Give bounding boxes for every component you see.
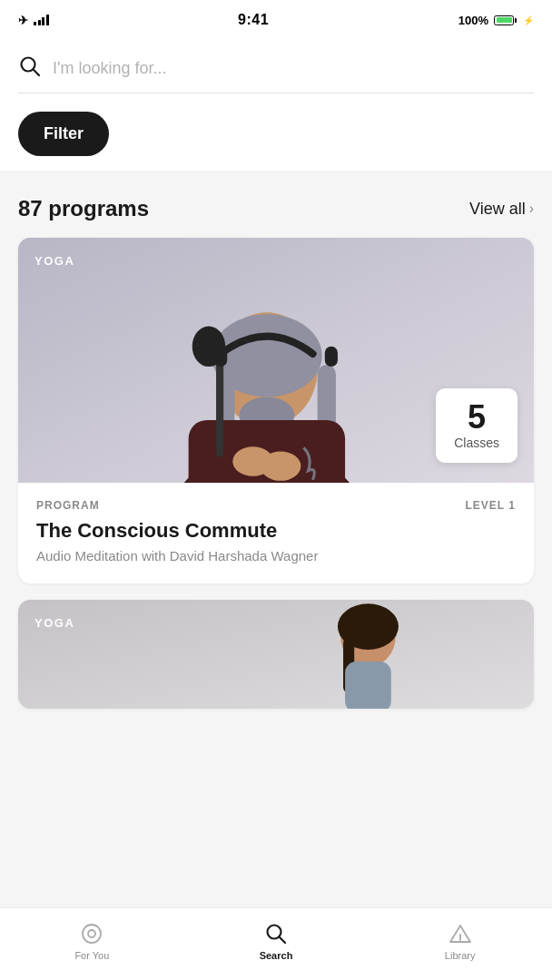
programs-count: 87 programs — [18, 196, 149, 221]
library-icon — [448, 921, 473, 946]
battery-percent: 100% — [458, 14, 488, 27]
status-bar: ✈ 9:41 100% ⚡ — [0, 0, 552, 40]
nav-label-library: Library — [445, 950, 476, 961]
signal-bar-2 — [38, 20, 41, 25]
svg-rect-20 — [345, 662, 391, 709]
svg-line-1 — [34, 70, 39, 75]
card-info-1: PROGRAM LEVEL 1 The Conscious Commute Au… — [18, 483, 534, 583]
svg-point-15 — [261, 451, 301, 480]
search-bar[interactable]: I'm looking for... — [18, 54, 534, 93]
search-nav-icon — [263, 921, 289, 946]
program-card-2[interactable]: YOGA — [18, 600, 534, 709]
card-image-1: YOGA 5 Classes — [18, 238, 534, 483]
classes-badge-1: 5 Classes — [436, 388, 518, 463]
chevron-right-icon: › — [529, 201, 534, 217]
svg-line-24 — [280, 936, 285, 942]
nav-item-library[interactable]: Library — [368, 921, 552, 961]
status-right: 100% ⚡ — [458, 14, 534, 27]
content-section: 87 programs View all › — [0, 171, 552, 709]
classes-count-1: 5 — [454, 401, 499, 434]
svg-rect-13 — [325, 347, 338, 367]
view-all-label: View all — [469, 200, 526, 219]
card-category-2: YOGA — [34, 616, 74, 630]
bolt-icon: ⚡ — [523, 15, 534, 25]
programs-header: 87 programs View all › — [18, 196, 534, 221]
svg-rect-12 — [214, 347, 227, 367]
card-meta-1: PROGRAM LEVEL 1 — [36, 499, 516, 512]
nav-label-for-you: For You — [74, 950, 109, 961]
airplane-icon: ✈ — [18, 14, 28, 27]
program-card-1[interactable]: YOGA 5 Classes PROGRAM LEVEL 1 The Consc… — [18, 238, 534, 583]
card-program-tag-1: PROGRAM — [36, 499, 100, 512]
for-you-icon — [79, 921, 104, 946]
search-icon — [18, 54, 42, 82]
battery-icon — [494, 15, 517, 25]
card-level-1: LEVEL 1 — [466, 499, 516, 512]
svg-point-21 — [83, 925, 101, 943]
signal-bar-1 — [34, 22, 36, 25]
card-subtitle-1: Audio Meditation with David Harshada Wag… — [36, 548, 516, 564]
card-thumbnail-2: YOGA — [18, 600, 534, 709]
search-placeholder[interactable]: I'm looking for... — [53, 59, 534, 78]
classes-label-1: Classes — [454, 436, 499, 450]
card-category-1: YOGA — [34, 254, 74, 268]
status-left: ✈ — [18, 14, 49, 27]
bottom-nav: For You Search Library — [0, 907, 552, 980]
nav-item-search[interactable]: Search — [184, 921, 369, 961]
signal-bars — [34, 15, 49, 25]
signal-bar-4 — [46, 15, 49, 25]
signal-bar-3 — [42, 17, 44, 25]
card-title-1: The Conscious Commute — [36, 519, 516, 543]
svg-rect-16 — [18, 600, 534, 709]
filter-button[interactable]: Filter — [18, 112, 109, 156]
search-section: I'm looking for... Filter — [0, 40, 552, 171]
status-time: 9:41 — [238, 12, 269, 28]
nav-item-for-you[interactable]: For You — [0, 921, 184, 961]
svg-point-22 — [88, 930, 95, 937]
view-all-button[interactable]: View all › — [469, 200, 534, 219]
nav-label-search: Search — [260, 950, 293, 961]
card-thumbnail-1: YOGA 5 Classes — [18, 238, 534, 483]
